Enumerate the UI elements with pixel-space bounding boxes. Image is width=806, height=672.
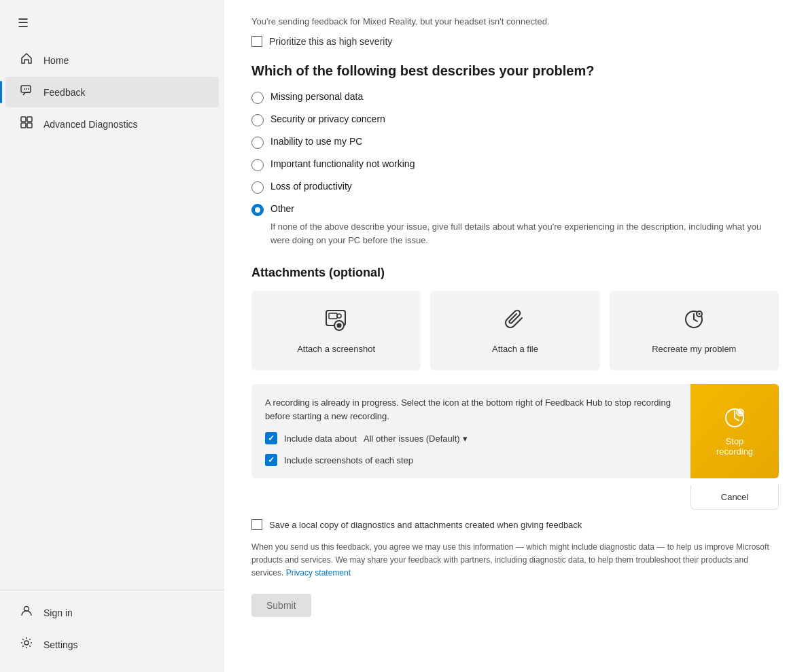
settings-icon [19,636,34,653]
stop-recording-button[interactable]: Stoprecording [690,384,779,478]
recreate-icon [682,307,706,337]
priority-row: Prioritize this as high severity [251,36,779,47]
hamburger-menu-button[interactable]: ☰ [11,11,35,35]
home-icon [19,52,34,69]
svg-point-12 [336,323,341,328]
problem-section-title: Which of the following best describes yo… [251,63,779,79]
recreate-problem-button[interactable]: Recreate my problem [610,291,779,370]
cancel-button[interactable]: Cancel [690,485,779,510]
svg-point-3 [28,88,29,90]
radio-option-missing-personal-data[interactable]: Missing personal data [251,91,779,104]
radio-missing-personal-data[interactable] [251,92,264,104]
attach-screenshot-button[interactable]: Attach a screenshot [251,291,421,370]
radio-option-other[interactable]: Other If none of the above describe your… [251,203,779,247]
radio-inability-label: Inability to use my PC [270,136,362,147]
radio-security-privacy-label: Security or privacy concern [270,113,385,124]
main-content: You're sending feedback for Mixed Realit… [224,0,806,672]
include-screenshots-label: Include screenshots of each step [284,455,413,465]
recording-area: A recording is already in progress. Sele… [251,384,779,478]
attach-screenshot-label: Attach a screenshot [297,344,375,354]
sign-in-icon [19,604,34,621]
include-screenshots-checkbox[interactable]: ✓ [265,454,277,466]
check-mark-include-screenshots: ✓ [268,455,275,465]
check-mark-include-data: ✓ [268,434,275,443]
radio-loss-productivity-label: Loss of productivity [270,181,352,192]
sidebar-item-home[interactable]: Home [5,45,219,75]
recreate-problem-label: Recreate my problem [652,344,736,354]
attach-file-label: Attach a file [492,344,538,354]
include-data-label: Include data about [284,434,357,444]
radio-loss-productivity[interactable] [251,181,264,194]
include-data-dropdown[interactable]: All other issues (Default) ▾ [364,434,468,444]
recording-notice: A recording is already in progress. Sele… [265,396,677,423]
attachments-row: Attach a screenshot Attach a file Rec [251,291,779,370]
attachments-title: Attachments (optional) [251,266,779,280]
sidebar-bottom: Sign in Settings [0,590,224,672]
sidebar-item-settings-label: Settings [43,639,78,650]
feedback-icon [19,84,34,101]
dropdown-chevron-icon: ▾ [463,434,468,444]
priority-label: Prioritize this as high severity [269,36,392,47]
sidebar-item-sign-in[interactable]: Sign in [5,597,219,628]
include-data-value: All other issues (Default) [364,434,460,444]
radio-option-security-privacy[interactable]: Security or privacy concern [251,113,779,126]
radio-other-label: Other [270,203,294,214]
nav-list: Home Feedback [0,41,224,590]
include-screenshots-row: ✓ Include screenshots of each step [265,454,677,466]
radio-other[interactable] [251,204,264,216]
svg-point-14 [337,314,341,318]
sidebar-item-advanced-diagnostics[interactable]: Advanced Diagnostics [5,109,219,139]
radio-security-privacy[interactable] [251,114,264,126]
privacy-statement-link[interactable]: Privacy statement [286,568,351,578]
screenshot-icon [324,307,349,337]
radio-option-important-functionality[interactable]: Important functionality not working [251,158,779,171]
svg-rect-13 [329,313,337,319]
save-copy-label: Save a local copy of diagnostics and att… [269,520,582,530]
sidebar: ☰ Home Feedback [0,0,224,672]
sidebar-item-feedback-label: Feedback [43,87,85,98]
include-data-row: ✓ Include data about All other issues (D… [265,432,677,444]
radio-group: Missing personal data Security or privac… [251,91,779,247]
stop-recording-icon [722,406,747,432]
svg-point-2 [26,88,27,90]
svg-rect-7 [27,123,32,128]
svg-point-1 [24,88,25,90]
include-data-checkbox[interactable]: ✓ [265,432,277,444]
sidebar-item-sign-in-label: Sign in [43,607,73,618]
svg-rect-20 [739,411,742,414]
radio-inability[interactable] [251,137,264,149]
radio-important-functionality[interactable] [251,159,264,171]
radio-other-sublabel: If none of the above describe your issue… [251,220,779,247]
sidebar-item-home-label: Home [43,55,69,66]
sidebar-item-settings[interactable]: Settings [5,629,219,660]
radio-missing-personal-data-label: Missing personal data [270,91,363,102]
radio-other-dot [255,207,260,213]
svg-rect-6 [21,123,26,128]
priority-checkbox[interactable] [251,36,262,47]
radio-option-inability[interactable]: Inability to use my PC [251,136,779,149]
sidebar-top: ☰ [0,0,224,41]
save-copy-row: Save a local copy of diagnostics and att… [251,519,779,530]
save-copy-checkbox[interactable] [251,519,262,530]
svg-point-9 [24,641,29,645]
sidebar-item-feedback[interactable]: Feedback [5,77,219,107]
sidebar-item-advanced-diagnostics-label: Advanced Diagnostics [43,119,138,130]
svg-rect-5 [27,117,32,122]
radio-important-functionality-label: Important functionality not working [270,158,415,169]
attach-file-icon [503,307,527,337]
legal-text: When you send us this feedback, you agre… [251,541,779,580]
recording-section: A recording is already in progress. Sele… [251,384,779,478]
stop-recording-label: Stoprecording [716,436,753,457]
svg-rect-4 [21,117,26,122]
top-notice: You're sending feedback for Mixed Realit… [251,16,779,26]
diagnostics-icon [19,116,34,132]
attach-file-button[interactable]: Attach a file [430,291,599,370]
cancel-label: Cancel [721,492,748,502]
svg-point-17 [699,313,701,315]
radio-option-loss-productivity[interactable]: Loss of productivity [251,181,779,194]
submit-button[interactable]: Submit [251,594,311,617]
